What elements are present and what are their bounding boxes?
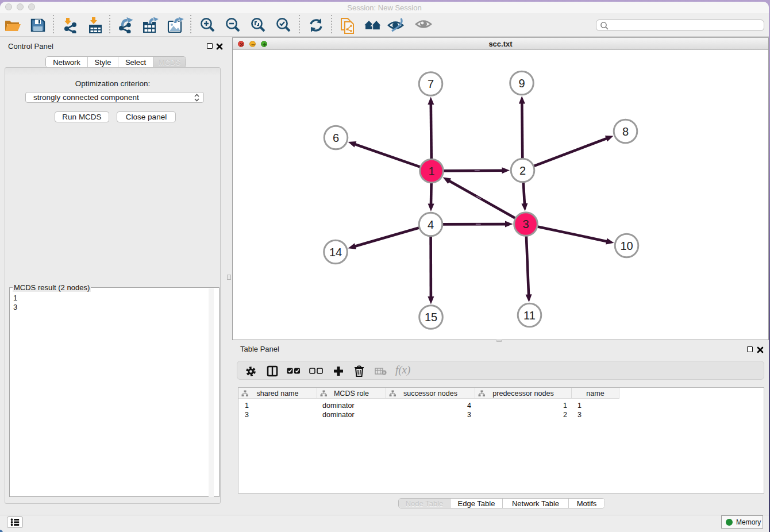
svg-text:8: 8 [622,125,629,138]
svg-text:3: 3 [522,218,529,230]
svg-text:14: 14 [329,246,342,259]
svg-text:15: 15 [425,311,437,323]
svg-text:10: 10 [620,240,633,252]
svg-text:9: 9 [518,77,525,90]
svg-text:6: 6 [333,132,339,144]
svg-text:1: 1 [428,165,434,178]
svg-text:11: 11 [523,309,536,322]
svg-text:4: 4 [428,218,434,231]
svg-text:2: 2 [519,164,526,177]
svg-text:7: 7 [428,78,434,90]
